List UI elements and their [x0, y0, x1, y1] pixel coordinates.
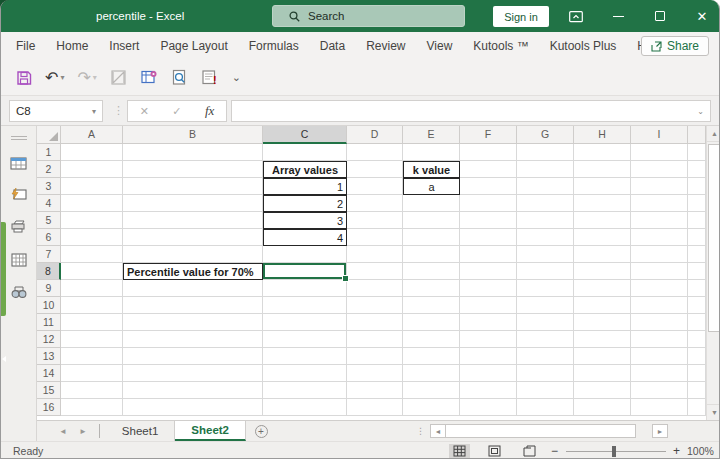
cell-F10[interactable]: [460, 297, 517, 314]
tab-page-layout[interactable]: Page Layout: [160, 39, 227, 53]
cell-B2[interactable]: [123, 161, 263, 178]
cell-partial-8[interactable]: [688, 263, 706, 280]
cell-E2[interactable]: k value: [403, 161, 460, 178]
cell-G4[interactable]: [517, 195, 574, 212]
column-header-D[interactable]: D: [347, 126, 403, 144]
formula-bar-input[interactable]: ⌄: [231, 100, 711, 122]
sheet-nav-left-icon[interactable]: ◄: [59, 427, 67, 436]
cell-I7[interactable]: [631, 246, 688, 263]
cell-G7[interactable]: [517, 246, 574, 263]
zoom-slider-track[interactable]: [566, 451, 666, 452]
enter-icon[interactable]: ✓: [172, 105, 181, 118]
cell-G16[interactable]: [517, 399, 574, 416]
cell-B12[interactable]: [123, 331, 263, 348]
cell-E9[interactable]: [403, 280, 460, 297]
cell-partial-4[interactable]: [688, 195, 706, 212]
cell-B7[interactable]: [123, 246, 263, 263]
cell-F15[interactable]: [460, 382, 517, 399]
tab-scrollbar-splitter[interactable]: ⋮: [416, 421, 424, 441]
cell-E8[interactable]: [403, 263, 460, 280]
cell-partial-9[interactable]: [688, 280, 706, 297]
zoom-slider-handle[interactable]: [612, 446, 616, 457]
cell-I8[interactable]: [631, 263, 688, 280]
column-header-C[interactable]: C: [263, 126, 347, 144]
cell-G6[interactable]: [517, 229, 574, 246]
table-options-button[interactable]: [137, 67, 161, 88]
column-header-partial[interactable]: [688, 126, 706, 144]
cell-D10[interactable]: [347, 297, 403, 314]
column-header-I[interactable]: I: [631, 126, 688, 144]
undo-button[interactable]: ↶ ▾: [42, 68, 67, 88]
new-sheet-button[interactable]: +: [246, 421, 276, 441]
cell-C11[interactable]: [263, 314, 347, 331]
cell-I16[interactable]: [631, 399, 688, 416]
ribbon-display-options-button[interactable]: [559, 0, 593, 32]
hscroll-left-icon[interactable]: ◄: [430, 424, 446, 438]
cell-I5[interactable]: [631, 212, 688, 229]
cell-partial-16[interactable]: [688, 399, 706, 416]
cell-H8[interactable]: [574, 263, 631, 280]
cell-I4[interactable]: [631, 195, 688, 212]
cell-H2[interactable]: [574, 161, 631, 178]
insert-function-icon[interactable]: fx: [205, 103, 214, 119]
cell-D5[interactable]: [347, 212, 403, 229]
cell-partial-5[interactable]: [688, 212, 706, 229]
cell-C7[interactable]: [263, 246, 347, 263]
cell-C15[interactable]: [263, 382, 347, 399]
cell-I13[interactable]: [631, 348, 688, 365]
cell-D1[interactable]: [347, 144, 403, 161]
sidebar-handle[interactable]: [11, 134, 27, 140]
cell-D4[interactable]: [347, 195, 403, 212]
row-header-6[interactable]: 6: [37, 229, 61, 246]
form-alert-button[interactable]: !: [198, 67, 221, 88]
sign-in-button[interactable]: Sign in: [493, 6, 549, 27]
cell-A3[interactable]: [61, 178, 123, 195]
normal-view-button[interactable]: [449, 444, 470, 458]
cell-E10[interactable]: [403, 297, 460, 314]
cell-G12[interactable]: [517, 331, 574, 348]
cell-E3[interactable]: a: [403, 178, 460, 195]
zoom-level[interactable]: 100%: [687, 445, 714, 457]
cell-B11[interactable]: [123, 314, 263, 331]
cell-E15[interactable]: [403, 382, 460, 399]
cell-A8[interactable]: [61, 263, 123, 280]
cell-F4[interactable]: [460, 195, 517, 212]
minimize-button[interactable]: [601, 0, 635, 32]
cell-F11[interactable]: [460, 314, 517, 331]
cell-A12[interactable]: [61, 331, 123, 348]
cell-B10[interactable]: [123, 297, 263, 314]
qat-more-button[interactable]: ⌄: [232, 71, 241, 84]
cell-H5[interactable]: [574, 212, 631, 229]
cell-D9[interactable]: [347, 280, 403, 297]
cell-C8[interactable]: [263, 263, 347, 280]
cell-F12[interactable]: [460, 331, 517, 348]
cell-A5[interactable]: [61, 212, 123, 229]
cell-C12[interactable]: [263, 331, 347, 348]
cell-G15[interactable]: [517, 382, 574, 399]
row-header-1[interactable]: 1: [37, 144, 61, 161]
printer-icon[interactable]: [10, 218, 28, 236]
cell-A1[interactable]: [61, 144, 123, 161]
cell-G8[interactable]: [517, 263, 574, 280]
cell-I6[interactable]: [631, 229, 688, 246]
cell-G5[interactable]: [517, 212, 574, 229]
sheet-nav-right-icon[interactable]: ►: [79, 427, 87, 436]
cell-C13[interactable]: [263, 348, 347, 365]
name-box-dropdown-icon[interactable]: ▾: [92, 107, 96, 116]
page-layout-view-button[interactable]: [484, 444, 505, 458]
cell-E12[interactable]: [403, 331, 460, 348]
row-header-14[interactable]: 14: [37, 365, 61, 382]
cell-G2[interactable]: [517, 161, 574, 178]
cell-F9[interactable]: [460, 280, 517, 297]
cell-H14[interactable]: [574, 365, 631, 382]
cell-C3[interactable]: 1: [263, 178, 347, 195]
cell-E6[interactable]: [403, 229, 460, 246]
cell-A7[interactable]: [61, 246, 123, 263]
cell-D14[interactable]: [347, 365, 403, 382]
cell-H3[interactable]: [574, 178, 631, 195]
workbook-sheet-icon[interactable]: [10, 156, 28, 174]
cell-B16[interactable]: [123, 399, 263, 416]
cell-H9[interactable]: [574, 280, 631, 297]
cell-F5[interactable]: [460, 212, 517, 229]
cell-A16[interactable]: [61, 399, 123, 416]
